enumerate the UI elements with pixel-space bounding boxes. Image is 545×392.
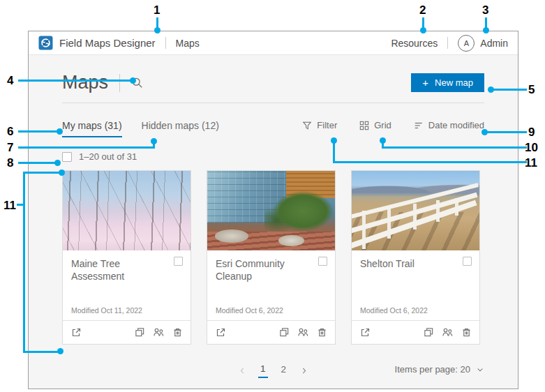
- map-card[interactable]: Maine Tree Assessment Modified Oct 11, 2…: [62, 170, 191, 345]
- callout-8: 8: [7, 156, 13, 170]
- callout-line: [18, 80, 133, 82]
- map-title[interactable]: Shelton Trail: [360, 257, 471, 270]
- callout-line: [18, 146, 155, 149]
- callout-11-grid: 11: [3, 199, 16, 213]
- share-group-icon[interactable]: [153, 327, 165, 338]
- callout-dot: [481, 129, 488, 135]
- tabs: My maps (31) Hidden maps (12): [62, 120, 219, 137]
- map-checkbox[interactable]: [174, 257, 183, 266]
- page-number-1[interactable]: 1: [258, 363, 268, 378]
- user-avatar[interactable]: A: [458, 35, 475, 52]
- callout-9: 9: [528, 126, 535, 140]
- page-content: Maps + New map My maps (31) Hidden maps …: [29, 55, 518, 382]
- grid-icon: [359, 121, 369, 130]
- items-per-page-label: Items per page: 20: [395, 364, 470, 375]
- card-body: Esri Community Cleanup Modified Oct 6, 2…: [207, 250, 335, 320]
- map-thumbnail[interactable]: [352, 171, 479, 250]
- map-title[interactable]: Esri Community Cleanup: [216, 257, 327, 282]
- page-prev-icon[interactable]: [238, 366, 247, 375]
- new-map-button[interactable]: + New map: [411, 73, 484, 92]
- tab-hidden-maps[interactable]: Hidden maps (12): [142, 120, 219, 137]
- callout-line: [18, 162, 56, 164]
- map-checkbox[interactable]: [318, 257, 327, 266]
- callout-3: 3: [482, 3, 488, 17]
- callout-line: [486, 131, 527, 133]
- card-body: Maine Tree Assessment Modified Oct 11, 2…: [63, 250, 191, 320]
- callout-dot: [57, 348, 64, 354]
- duplicate-icon[interactable]: [135, 327, 145, 338]
- open-map-icon[interactable]: [215, 327, 226, 338]
- select-all-checkbox[interactable]: [62, 152, 72, 162]
- map-title[interactable]: Maine Tree Assessment: [71, 257, 182, 282]
- callout-dot: [57, 128, 63, 135]
- open-map-icon[interactable]: [70, 327, 82, 338]
- delete-icon[interactable]: [317, 327, 327, 338]
- card-actions: [424, 327, 472, 338]
- callout-6: 6: [7, 125, 13, 139]
- callout-line: [492, 89, 527, 91]
- map-checkbox[interactable]: [463, 257, 472, 266]
- callout-1: 1: [154, 3, 160, 17]
- esri-logo-icon: [38, 36, 53, 50]
- app-window: Field Maps Designer Maps Resources A Adm…: [28, 31, 518, 389]
- funnel-icon: [302, 121, 312, 130]
- map-thumbnail[interactable]: [63, 171, 191, 250]
- grid-label: Grid: [374, 120, 391, 130]
- card-actions: [279, 327, 327, 338]
- callout-2: 2: [419, 3, 426, 17]
- callout-dot: [54, 160, 61, 166]
- card-actions: [135, 327, 183, 338]
- map-thumbnail[interactable]: [207, 171, 335, 250]
- callout-dot: [154, 27, 160, 33]
- filter-button[interactable]: Filter: [302, 120, 337, 130]
- callout-4: 4: [7, 74, 13, 88]
- callout-dot: [151, 138, 157, 144]
- open-map-icon[interactable]: [359, 327, 371, 338]
- card-footer: [352, 320, 479, 344]
- list-controls: Filter Grid: [302, 120, 484, 130]
- nav-maps[interactable]: Maps: [176, 38, 200, 49]
- callout-dot: [420, 27, 426, 33]
- filter-label: Filter: [317, 120, 337, 130]
- callout-dot: [488, 86, 494, 93]
- header-divider: [447, 37, 448, 49]
- callout-line: [18, 130, 59, 133]
- map-modified-date: Modified Oct 6, 2022: [216, 306, 283, 315]
- grid-view-button[interactable]: Grid: [359, 120, 391, 130]
- chevron-down-icon: [476, 365, 484, 374]
- map-card[interactable]: Shelton Trail Modified Oct 6, 2022: [351, 170, 480, 345]
- card-footer: [63, 320, 191, 344]
- page-next-icon[interactable]: [299, 366, 308, 375]
- count-label: 1–20 out of 31: [79, 151, 137, 162]
- duplicate-icon[interactable]: [424, 327, 434, 338]
- share-group-icon[interactable]: [442, 327, 454, 338]
- callout-dot: [130, 77, 136, 84]
- map-modified-date: Modified Oct 6, 2022: [360, 306, 428, 315]
- tab-my-maps[interactable]: My maps (31): [62, 120, 122, 137]
- new-map-label: New map: [435, 77, 473, 88]
- callout-dot: [59, 169, 65, 176]
- user-name[interactable]: Admin: [480, 38, 508, 49]
- nav-resources[interactable]: Resources: [391, 38, 438, 49]
- delete-icon[interactable]: [172, 327, 183, 338]
- items-per-page-select[interactable]: Items per page: 20: [395, 364, 484, 375]
- duplicate-icon[interactable]: [279, 327, 290, 338]
- page-number-2[interactable]: 2: [279, 364, 289, 377]
- callout-dot: [380, 137, 386, 144]
- map-modified-date: Modified Oct 11, 2022: [71, 306, 142, 315]
- card-footer: [207, 320, 335, 344]
- sort-button[interactable]: Date modified: [414, 120, 484, 130]
- share-group-icon[interactable]: [297, 327, 309, 338]
- callout-line: [23, 172, 25, 353]
- sort-label: Date modified: [428, 120, 484, 130]
- callout-line: [25, 172, 60, 174]
- callout-11: 11: [525, 156, 537, 170]
- delete-icon[interactable]: [461, 327, 472, 338]
- plus-icon: +: [422, 77, 428, 88]
- card-body: Shelton Trail Modified Oct 6, 2022: [352, 250, 479, 320]
- header-divider: [165, 37, 166, 49]
- map-card[interactable]: Esri Community Cleanup Modified Oct 6, 2…: [207, 170, 336, 345]
- callout-line: [382, 146, 527, 149]
- bottom-bar: 1 2 Items per page: 20: [62, 363, 484, 382]
- callout-dot: [331, 137, 337, 144]
